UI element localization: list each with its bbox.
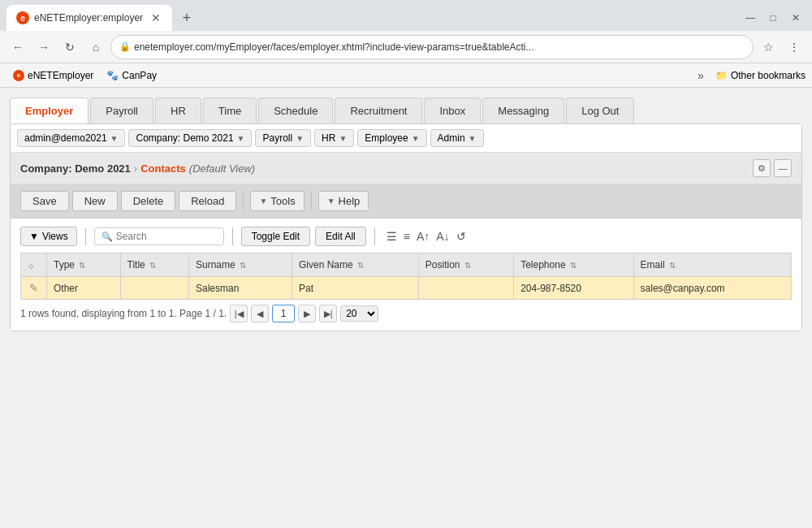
table-row: ✎ Other Salesman Pat 204-987-8520 sales@… [21, 277, 792, 300]
tab-messaging[interactable]: Messaging [482, 97, 564, 123]
col-given-name[interactable]: Given Name ⇅ [292, 253, 418, 277]
tab-payroll[interactable]: Payroll [90, 97, 153, 123]
breadcrumb-arrow: › [134, 162, 137, 175]
employee-dropdown[interactable]: Employee ▼ [357, 129, 426, 147]
clear-filter-icon[interactable]: ≡ [404, 230, 410, 243]
first-page-button[interactable]: |◀ [230, 305, 248, 322]
col-position[interactable]: Position ⇅ [418, 253, 513, 277]
minimize-button[interactable]: — [741, 8, 760, 28]
toggle-edit-button[interactable]: Toggle Edit [241, 227, 310, 246]
col-title[interactable]: Title ⇅ [120, 253, 188, 277]
maximize-button[interactable]: □ [763, 8, 783, 28]
contacts-table: ⬦ Type ⇅ Title ⇅ Surname ⇅ Given Name ⇅ … [20, 253, 792, 300]
breadcrumb: Company: Demo 2021 › Contacts (Default V… [20, 162, 255, 175]
filter-lines-icon[interactable]: ☰ [387, 230, 397, 243]
tab-favicon: e [16, 11, 29, 24]
user-dropdown[interactable]: admin@demo2021 ▼ [17, 129, 125, 147]
col-telephone[interactable]: Telephone ⇅ [514, 253, 633, 277]
tab-time[interactable]: Time [203, 97, 257, 123]
edit-all-button[interactable]: Edit All [315, 227, 366, 246]
row-given-name: Pat [292, 277, 418, 300]
company-dropdown-arrow: ▼ [237, 134, 245, 143]
separator-2 [311, 193, 312, 210]
bookmark-enetemployer[interactable]: e eNETEmployer [6, 68, 100, 83]
address-text: enetemployer.com/myEmployer/faces/employ… [134, 41, 745, 53]
hr-dropdown[interactable]: HR ▼ [314, 129, 354, 147]
bookmarks-menu-button[interactable]: » [689, 64, 712, 87]
table-toolbar: ▼ Views 🔍 Toggle Edit Edit All ☰ ≡ A↑ A↓ [20, 227, 792, 246]
tab-recruitment[interactable]: Recruitment [335, 97, 422, 123]
col-type[interactable]: Type ⇅ [47, 253, 121, 277]
employee-dropdown-arrow: ▼ [412, 134, 420, 143]
edit-pencil-icon[interactable]: ✎ [29, 282, 38, 294]
new-button[interactable]: New [72, 191, 118, 211]
row-position [418, 277, 513, 300]
save-button[interactable]: Save [20, 191, 69, 211]
search-input[interactable] [116, 231, 217, 242]
action-toolbar: Save New Delete Reload ▼ Tools ▼ Help [11, 184, 801, 219]
row-edit-cell[interactable]: ✎ [21, 277, 47, 300]
tab-title: eNETEmployer:employer [34, 12, 143, 24]
tab-close-button[interactable]: ✕ [149, 11, 162, 24]
other-bookmarks-label: Other bookmarks [731, 70, 806, 81]
tab-logout[interactable]: Log Out [566, 97, 634, 123]
font-decrease-icon[interactable]: A↓ [436, 230, 449, 243]
breadcrumb-area: Company: Demo 2021 › Contacts (Default V… [11, 153, 801, 184]
reload-button[interactable]: ↻ [58, 36, 81, 58]
new-tab-button[interactable]: + [175, 6, 198, 29]
forward-button[interactable]: → [32, 36, 55, 58]
address-bar[interactable]: 🔒 enetemployer.com/myEmployer/faces/empl… [110, 35, 754, 59]
current-page[interactable]: 1 [272, 305, 295, 322]
hr-dropdown-arrow: ▼ [339, 134, 347, 143]
bookmark-star-button[interactable]: ☆ [757, 36, 780, 58]
tab-employer[interactable]: Employer [10, 97, 89, 123]
row-surname: Salesman [188, 277, 292, 300]
col-surname[interactable]: Surname ⇅ [188, 253, 292, 277]
prev-page-button[interactable]: ◀ [251, 305, 269, 322]
bookmark-canpay[interactable]: 🐾 CanPay [100, 68, 163, 83]
back-button[interactable]: ← [6, 36, 29, 58]
payroll-dropdown-arrow: ▼ [296, 134, 304, 143]
refresh-icon[interactable]: ↺ [456, 230, 466, 243]
admin-dropdown[interactable]: Admin ▼ [430, 129, 484, 147]
views-button[interactable]: ▼ Views [20, 227, 77, 246]
help-arrow: ▼ [327, 197, 335, 206]
per-page-select[interactable]: 20 50 100 [340, 305, 378, 322]
help-dropdown[interactable]: ▼ Help [318, 191, 369, 211]
payroll-dropdown[interactable]: Payroll ▼ [255, 129, 311, 147]
separator-1 [243, 193, 244, 210]
tab-schedule[interactable]: Schedule [258, 97, 333, 123]
breadcrumb-settings-button[interactable]: ⚙ [753, 159, 771, 177]
table-area: ▼ Views 🔍 Toggle Edit Edit All ☰ ≡ A↑ A↓ [11, 219, 801, 331]
main-tabs: Employer Payroll HR Time Schedule Recrui… [10, 97, 802, 123]
more-options-button[interactable]: ⋮ [783, 36, 806, 58]
breadcrumb-collapse-button[interactable]: — [774, 159, 792, 177]
tab-inbox[interactable]: Inbox [424, 97, 481, 123]
breadcrumb-view: (Default View) [189, 162, 255, 175]
per-page-selector[interactable]: 20 50 100 [340, 305, 378, 322]
row-email: sales@canpay.com [633, 277, 791, 300]
next-page-button[interactable]: ▶ [298, 305, 316, 322]
tools-arrow: ▼ [259, 197, 267, 206]
bookmark-favicon-e: e [13, 70, 24, 81]
tools-dropdown[interactable]: ▼ Tools [250, 191, 304, 211]
bookmark-canpay-icon: 🐾 [106, 70, 119, 81]
row-telephone: 204-987-8520 [514, 277, 633, 300]
breadcrumb-actions: ⚙ — [753, 159, 792, 177]
search-box[interactable]: 🔍 [94, 227, 224, 245]
reload-button[interactable]: Reload [179, 191, 236, 211]
home-button[interactable]: ⌂ [84, 36, 107, 58]
font-increase-icon[interactable]: A↑ [417, 230, 430, 243]
row-type: Other [47, 277, 121, 300]
toolbar-area: admin@demo2021 ▼ Company: Demo 2021 ▼ Pa… [10, 123, 802, 331]
tab-hr[interactable]: HR [155, 97, 201, 123]
company-dropdown[interactable]: Company: Demo 2021 ▼ [128, 129, 252, 147]
last-page-button[interactable]: ▶| [319, 305, 337, 322]
app-content: Employer Payroll HR Time Schedule Recrui… [0, 88, 812, 341]
active-tab[interactable]: e eNETEmployer:employer ✕ [6, 5, 172, 31]
breadcrumb-current: Contacts [140, 162, 186, 175]
delete-button[interactable]: Delete [121, 191, 176, 211]
col-email[interactable]: Email ⇅ [633, 253, 791, 277]
close-button[interactable]: ✕ [786, 8, 806, 28]
breadcrumb-company: Company: Demo 2021 [20, 162, 131, 175]
